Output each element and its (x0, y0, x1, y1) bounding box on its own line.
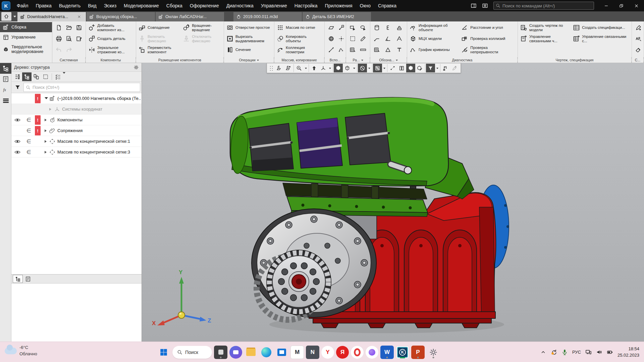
eye-icon[interactable] (14, 117, 21, 123)
zoom-button[interactable] (294, 64, 304, 72)
taskbar-weather[interactable]: -6°C Облачно (5, 345, 37, 357)
tree-row-mates[interactable]: ∈ ! Сопряжения (11, 125, 142, 136)
chevron-right-icon[interactable] (49, 108, 53, 111)
aux-point-button[interactable] (336, 34, 346, 44)
tree-row-coordinate-systems[interactable]: Системы координат (11, 104, 142, 115)
text-button[interactable] (394, 45, 404, 55)
snap-points-button[interactable] (388, 64, 397, 72)
tray-language[interactable]: РУС (572, 350, 581, 355)
grid-array-button[interactable]: Массив по сетке (276, 22, 323, 33)
copy-objects-button[interactable]: Копировать объекты (276, 33, 323, 44)
tree-relations-button[interactable] (32, 72, 41, 81)
orientation-dropdown[interactable] (328, 64, 332, 72)
disable-fixation-button[interactable]: Отключить фиксацию (182, 33, 222, 44)
dimensions-view-button[interactable] (415, 64, 424, 72)
create-drawing-button[interactable]: Создать чертеж по модели (519, 22, 572, 33)
menu-select[interactable]: Выделить (55, 0, 85, 11)
aux-plane-button[interactable] (326, 23, 336, 33)
dim-angle-button[interactable] (383, 34, 393, 44)
app-snipping-tool[interactable] (214, 346, 227, 359)
tree-marquee-button[interactable] (41, 72, 50, 81)
mirror-component-button[interactable]: Зеркальное отражение ко... (87, 44, 135, 55)
chevron-right-icon[interactable] (45, 129, 48, 132)
tree-row-concentric-array-1[interactable]: ∈ Массив по концентрической сетке:1 (11, 136, 142, 147)
tray-clock[interactable]: 18:54 25.02.2023 (618, 346, 639, 359)
dim-leader-button[interactable] (372, 34, 382, 44)
app-settings[interactable] (427, 346, 440, 359)
sketch-ellipse-button[interactable] (358, 23, 368, 33)
geometry-collection-button[interactable]: Коллекция геометрии (276, 44, 323, 55)
wireframe-view-button[interactable] (343, 64, 352, 72)
element-of-icon[interactable]: ∈ (25, 138, 32, 144)
redo-button[interactable] (64, 45, 74, 55)
menu-assembly[interactable]: Сборка (163, 0, 186, 11)
dim-table-button[interactable] (372, 45, 382, 55)
collision-check-button[interactable]: Проверка коллизий (460, 33, 516, 44)
restore-button[interactable] (614, 0, 629, 11)
tree-filter-dropdown[interactable] (63, 74, 65, 80)
dim-stamp-button[interactable] (394, 23, 404, 33)
element-of-icon[interactable]: ∈ (25, 117, 32, 123)
menu-help[interactable]: Справка (374, 0, 400, 11)
chevron-right-icon[interactable] (45, 140, 48, 143)
hide-components-button[interactable] (373, 64, 382, 72)
zoom-dropdown[interactable] (304, 64, 308, 72)
eye-icon[interactable] (14, 138, 21, 145)
strip-menu-button[interactable] (0, 95, 11, 106)
strip-fx-button[interactable]: fx (0, 84, 11, 95)
group-label-system[interactable]: Системная (52, 57, 86, 63)
tree-filter-list-button[interactable] (53, 72, 63, 81)
sketch-table-button[interactable] (347, 45, 358, 55)
chevron-right-icon[interactable] (45, 151, 48, 154)
sketch-ruler-button[interactable] (358, 45, 368, 55)
tray-overflow-icon[interactable] (540, 349, 546, 355)
sketch-rect-button[interactable] (347, 23, 358, 33)
menu-sketch[interactable]: Эскиз (100, 0, 120, 11)
taskbar-search[interactable]: Поиск (172, 346, 212, 359)
mode-management[interactable]: Управление (0, 32, 52, 42)
spell-check-button[interactable] (633, 34, 643, 44)
new-doc-button[interactable] (54, 23, 64, 33)
save-as-button[interactable] (74, 34, 84, 44)
app-kompas[interactable]: K (396, 346, 409, 359)
open-doc-button[interactable] (64, 23, 74, 33)
toolbar-drag-handle[interactable] (269, 65, 274, 71)
add-component-button[interactable]: Добавить компонент из... (87, 22, 135, 33)
menu-view[interactable]: Вид (84, 0, 100, 11)
eraser-button[interactable] (633, 45, 643, 55)
print-button[interactable] (54, 34, 64, 44)
minimize-button[interactable] (599, 0, 614, 11)
save-button[interactable] (74, 23, 84, 33)
sketch-knife-button[interactable] (358, 34, 368, 44)
sketch-plane-lock-button[interactable] (284, 64, 293, 72)
tray-microphone-icon[interactable] (561, 349, 568, 355)
app-n[interactable]: N (306, 346, 319, 359)
tree-row-components[interactable]: ∈ ! Компоненты (11, 115, 142, 125)
mass-properties-button[interactable]: МЦХ модели (409, 33, 460, 44)
section-button[interactable]: Сечение (225, 44, 273, 55)
clip-planes-button[interactable] (397, 64, 406, 72)
shaded-view-button[interactable] (334, 64, 343, 72)
tree-row-concentric-array-3[interactable]: ∈ Массив по концентрической сетке:3 (11, 147, 142, 158)
menu-modeling[interactable]: Моделирование (120, 0, 163, 11)
aux-joint-button[interactable] (336, 23, 346, 33)
sketch-plane-button[interactable] (275, 64, 284, 72)
coincide-button[interactable]: Совпадение (138, 22, 182, 33)
tree-structure-view-button[interactable] (22, 72, 32, 81)
preview-button[interactable] (64, 34, 74, 44)
app-yandex-browser[interactable]: Y (321, 346, 334, 359)
filter-button[interactable] (426, 64, 435, 72)
menu-applications[interactable]: Приложения (321, 0, 356, 11)
start-button[interactable] (157, 346, 170, 359)
group-label-drawing[interactable]: Чертеж, спецификация (518, 57, 632, 63)
menu-window[interactable]: Окно (356, 0, 375, 11)
cut-extrude-button[interactable]: Вырезать выдавливанием (225, 33, 273, 44)
display-mode-dropdown[interactable] (352, 64, 356, 72)
group-label-annotations[interactable]: Обозна... (370, 57, 407, 63)
app-explorer[interactable] (244, 346, 258, 359)
enable-fixation-button[interactable]: Включить фиксацию (138, 33, 182, 44)
aux-curve-button[interactable] (336, 45, 346, 55)
group-label-components[interactable]: Компоненты (86, 57, 136, 63)
orientation-button[interactable] (319, 64, 328, 72)
eye-icon[interactable] (14, 149, 21, 156)
